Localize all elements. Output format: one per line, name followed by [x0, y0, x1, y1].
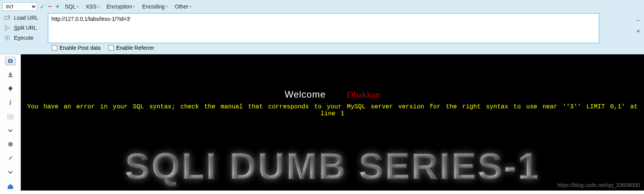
execute-label: Execute	[14, 35, 34, 41]
welcome-text: Welcome	[285, 89, 326, 100]
globe-tool-icon[interactable]	[5, 140, 16, 149]
url-area: http://127.0.0.1/labs/less-1/?id=3'	[48, 13, 632, 43]
svg-point-3	[5, 29, 7, 30]
devtools-sidebar: i	[0, 54, 21, 191]
home-tool-icon[interactable]	[5, 182, 16, 191]
load-url-action[interactable]: Load URL	[2, 14, 45, 22]
info-tool-icon[interactable]: i	[5, 98, 16, 107]
bookmark-tool-icon[interactable]	[5, 57, 16, 65]
split-url-icon	[4, 25, 11, 31]
menu-row: INT ✓ − + SQL▾ XSS▾ Encryption▾ Encoding…	[2, 2, 642, 12]
load-url-label: Load URL	[14, 15, 38, 21]
watermark: https://blog.csdn.net/qq_33608000	[557, 182, 640, 188]
enable-post-label: Enable Post data	[59, 45, 101, 51]
side-actions: Load URL Split URL Execute	[2, 13, 45, 43]
split-url-label: Split URL	[14, 25, 37, 31]
enable-post-checkbox[interactable]: Enable Post data	[52, 45, 101, 51]
url-input[interactable]: http://127.0.0.1/labs/less-1/?id=3'	[48, 13, 599, 43]
menu-encryption[interactable]: Encryption▾	[104, 3, 137, 10]
minus-right-icon[interactable]: −	[636, 17, 640, 24]
plus-icon[interactable]: +	[55, 4, 60, 9]
hackbar-panel: INT ✓ − + SQL▾ XSS▾ Encryption▾ Encoding…	[0, 0, 644, 54]
execute-action[interactable]: Execute	[2, 34, 45, 42]
minus-icon[interactable]: −	[47, 4, 53, 9]
menu-other[interactable]: Other▾	[173, 3, 194, 10]
dropdown2-tool-icon[interactable]	[5, 168, 16, 177]
page-banner: SQLI DUMB SERIES-1	[125, 145, 540, 187]
download-tool-icon[interactable]	[5, 71, 16, 79]
checkbox-icon	[108, 45, 114, 51]
grid-tool-icon[interactable]	[5, 112, 16, 121]
check-icon: ✓	[39, 4, 45, 9]
svg-point-2	[5, 25, 7, 27]
menu-xss[interactable]: XSS▾	[83, 3, 102, 10]
main-row: Load URL Split URL Execute http://127.0.…	[2, 13, 642, 43]
dhakkan-text: Dhakkan	[347, 89, 380, 100]
enable-referrer-label: Enable Referrer	[116, 45, 154, 51]
right-edge-controls: − +	[635, 13, 642, 43]
enable-referrer-checkbox[interactable]: Enable Referrer	[108, 45, 154, 51]
load-url-icon	[4, 15, 11, 21]
checkbox-icon	[52, 45, 57, 51]
content-row: i Welcome Dhakkan You have an error in y…	[0, 54, 644, 191]
execute-icon	[4, 35, 11, 41]
menu-sql[interactable]: SQL▾	[63, 3, 81, 10]
dropdown-tool-icon[interactable]	[5, 127, 16, 135]
welcome-line: Welcome Dhakkan	[21, 89, 644, 100]
page-viewport: Welcome Dhakkan You have an error in you…	[21, 54, 644, 191]
split-url-action[interactable]: Split URL	[2, 24, 45, 32]
sql-error-message: You have an error in your SQL syntax; ch…	[21, 103, 644, 117]
plus-right-icon[interactable]: +	[636, 28, 640, 35]
svg-rect-6	[8, 115, 13, 119]
brush-tool-icon[interactable]	[5, 154, 16, 163]
menu-encoding[interactable]: Encoding▾	[140, 3, 170, 10]
checks-row: Enable Post data Enable Referrer	[2, 43, 642, 52]
plugin-tool-icon[interactable]	[5, 84, 16, 93]
type-select[interactable]: INT	[2, 2, 37, 11]
